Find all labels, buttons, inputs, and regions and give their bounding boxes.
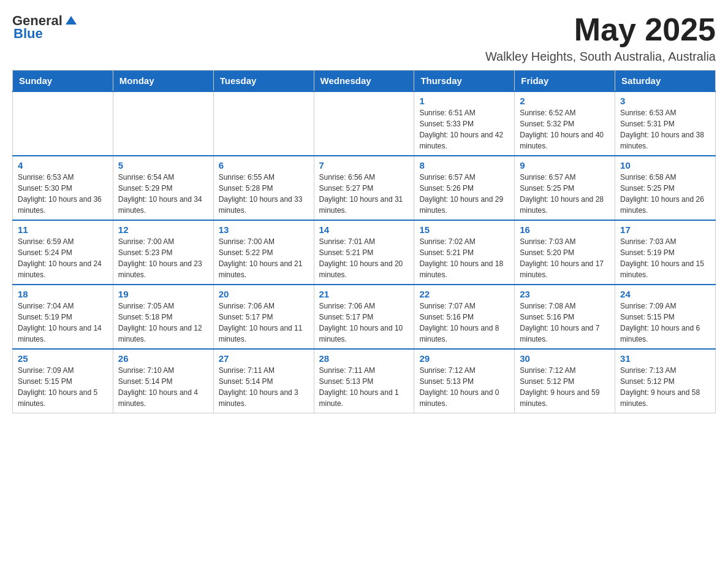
day-number: 17 <box>620 224 710 235</box>
day-info: Sunrise: 7:02 AMSunset: 5:21 PMDaylight:… <box>419 236 509 280</box>
day-number: 6 <box>219 160 309 170</box>
day-number: 7 <box>319 160 409 170</box>
day-number: 14 <box>319 224 409 235</box>
logo: General Blue <box>12 12 78 42</box>
day-number: 18 <box>18 289 108 299</box>
day-number: 11 <box>18 224 108 235</box>
day-number: 8 <box>419 160 509 170</box>
day-number: 10 <box>620 160 710 170</box>
calendar-cell: 7Sunrise: 6:56 AMSunset: 5:27 PMDaylight… <box>314 156 414 220</box>
calendar-cell: 6Sunrise: 6:55 AMSunset: 5:28 PMDaylight… <box>213 156 314 220</box>
day-info: Sunrise: 7:08 AMSunset: 5:16 PMDaylight:… <box>520 301 610 345</box>
day-info: Sunrise: 6:51 AMSunset: 5:33 PMDaylight:… <box>419 107 509 151</box>
calendar-cell: 26Sunrise: 7:10 AMSunset: 5:14 PMDayligh… <box>113 349 213 413</box>
calendar-cell: 28Sunrise: 7:11 AMSunset: 5:13 PMDayligh… <box>314 349 414 413</box>
week-row-2: 4Sunrise: 6:53 AMSunset: 5:30 PMDaylight… <box>13 156 716 220</box>
calendar-header-row: Sunday Monday Tuesday Wednesday Thursday… <box>13 71 716 92</box>
col-sunday: Sunday <box>13 71 113 92</box>
calendar-cell: 25Sunrise: 7:09 AMSunset: 5:15 PMDayligh… <box>13 349 113 413</box>
day-info: Sunrise: 6:53 AMSunset: 5:31 PMDaylight:… <box>620 107 710 151</box>
week-row-1: 1Sunrise: 6:51 AMSunset: 5:33 PMDaylight… <box>13 91 716 156</box>
day-number: 5 <box>118 160 208 170</box>
calendar-cell: 30Sunrise: 7:12 AMSunset: 5:12 PMDayligh… <box>515 349 615 413</box>
page-header: General Blue May 2025 Walkley Heights, S… <box>12 12 716 64</box>
day-info: Sunrise: 6:58 AMSunset: 5:25 PMDaylight:… <box>620 172 710 216</box>
calendar-cell: 16Sunrise: 7:03 AMSunset: 5:20 PMDayligh… <box>515 220 615 285</box>
day-number: 20 <box>219 289 309 299</box>
day-info: Sunrise: 7:07 AMSunset: 5:16 PMDaylight:… <box>419 301 509 345</box>
day-number: 24 <box>620 289 710 299</box>
calendar-cell <box>314 91 414 156</box>
day-info: Sunrise: 6:59 AMSunset: 5:24 PMDaylight:… <box>18 236 108 280</box>
calendar-cell: 29Sunrise: 7:12 AMSunset: 5:13 PMDayligh… <box>414 349 515 413</box>
calendar-cell <box>213 91 314 156</box>
col-saturday: Saturday <box>615 71 716 92</box>
day-info: Sunrise: 6:52 AMSunset: 5:32 PMDaylight:… <box>520 107 610 151</box>
calendar-cell: 12Sunrise: 7:00 AMSunset: 5:23 PMDayligh… <box>113 220 213 285</box>
day-number: 15 <box>419 224 509 235</box>
day-number: 12 <box>118 224 208 235</box>
day-info: Sunrise: 7:06 AMSunset: 5:17 PMDaylight:… <box>319 301 409 345</box>
day-number: 4 <box>18 160 108 170</box>
day-info: Sunrise: 7:05 AMSunset: 5:18 PMDaylight:… <box>118 301 208 345</box>
calendar-cell: 11Sunrise: 6:59 AMSunset: 5:24 PMDayligh… <box>13 220 113 285</box>
col-monday: Monday <box>113 71 213 92</box>
calendar-cell: 17Sunrise: 7:03 AMSunset: 5:19 PMDayligh… <box>615 220 716 285</box>
day-number: 31 <box>620 353 710 364</box>
day-info: Sunrise: 6:55 AMSunset: 5:28 PMDaylight:… <box>219 172 309 216</box>
day-number: 19 <box>118 289 208 299</box>
calendar-cell: 27Sunrise: 7:11 AMSunset: 5:14 PMDayligh… <box>213 349 314 413</box>
day-info: Sunrise: 7:04 AMSunset: 5:19 PMDaylight:… <box>18 301 108 345</box>
calendar-cell: 13Sunrise: 7:00 AMSunset: 5:22 PMDayligh… <box>213 220 314 285</box>
day-info: Sunrise: 7:11 AMSunset: 5:14 PMDaylight:… <box>219 365 309 409</box>
location-subtitle: Walkley Heights, South Australia, Austra… <box>485 50 716 64</box>
day-number: 16 <box>520 224 610 235</box>
day-number: 3 <box>620 96 710 106</box>
calendar-cell: 22Sunrise: 7:07 AMSunset: 5:16 PMDayligh… <box>414 285 515 349</box>
day-info: Sunrise: 7:06 AMSunset: 5:17 PMDaylight:… <box>219 301 309 345</box>
day-number: 27 <box>219 353 309 364</box>
day-number: 2 <box>520 96 610 106</box>
day-number: 26 <box>118 353 208 364</box>
day-info: Sunrise: 7:00 AMSunset: 5:23 PMDaylight:… <box>118 236 208 280</box>
day-info: Sunrise: 7:09 AMSunset: 5:15 PMDaylight:… <box>620 301 710 345</box>
col-wednesday: Wednesday <box>314 71 414 92</box>
calendar-cell: 3Sunrise: 6:53 AMSunset: 5:31 PMDaylight… <box>615 91 716 156</box>
calendar-cell: 9Sunrise: 6:57 AMSunset: 5:25 PMDaylight… <box>515 156 615 220</box>
calendar-cell: 15Sunrise: 7:02 AMSunset: 5:21 PMDayligh… <box>414 220 515 285</box>
day-info: Sunrise: 7:09 AMSunset: 5:15 PMDaylight:… <box>18 365 108 409</box>
calendar-cell: 23Sunrise: 7:08 AMSunset: 5:16 PMDayligh… <box>515 285 615 349</box>
logo-blue-text: Blue <box>13 26 43 42</box>
week-row-4: 18Sunrise: 7:04 AMSunset: 5:19 PMDayligh… <box>13 285 716 349</box>
calendar-cell: 19Sunrise: 7:05 AMSunset: 5:18 PMDayligh… <box>113 285 213 349</box>
calendar-cell <box>113 91 213 156</box>
day-info: Sunrise: 6:54 AMSunset: 5:29 PMDaylight:… <box>118 172 208 216</box>
col-friday: Friday <box>515 71 615 92</box>
day-info: Sunrise: 7:12 AMSunset: 5:12 PMDaylight:… <box>520 365 610 409</box>
day-info: Sunrise: 7:03 AMSunset: 5:20 PMDaylight:… <box>520 236 610 280</box>
calendar-cell: 4Sunrise: 6:53 AMSunset: 5:30 PMDaylight… <box>13 156 113 220</box>
day-info: Sunrise: 7:03 AMSunset: 5:19 PMDaylight:… <box>620 236 710 280</box>
day-number: 25 <box>18 353 108 364</box>
calendar-cell: 1Sunrise: 6:51 AMSunset: 5:33 PMDaylight… <box>414 91 515 156</box>
day-info: Sunrise: 6:57 AMSunset: 5:26 PMDaylight:… <box>419 172 509 216</box>
day-number: 28 <box>319 353 409 364</box>
day-number: 30 <box>520 353 610 364</box>
calendar-cell: 14Sunrise: 7:01 AMSunset: 5:21 PMDayligh… <box>314 220 414 285</box>
calendar-cell: 10Sunrise: 6:58 AMSunset: 5:25 PMDayligh… <box>615 156 716 220</box>
day-number: 22 <box>419 289 509 299</box>
day-info: Sunrise: 7:13 AMSunset: 5:12 PMDaylight:… <box>620 365 710 409</box>
title-area: May 2025 Walkley Heights, South Australi… <box>485 12 716 64</box>
calendar-cell: 24Sunrise: 7:09 AMSunset: 5:15 PMDayligh… <box>615 285 716 349</box>
calendar-cell: 18Sunrise: 7:04 AMSunset: 5:19 PMDayligh… <box>13 285 113 349</box>
day-info: Sunrise: 7:00 AMSunset: 5:22 PMDaylight:… <box>219 236 309 280</box>
calendar-cell: 20Sunrise: 7:06 AMSunset: 5:17 PMDayligh… <box>213 285 314 349</box>
day-number: 1 <box>419 96 509 106</box>
svg-marker-0 <box>66 16 77 25</box>
calendar-cell: 8Sunrise: 6:57 AMSunset: 5:26 PMDaylight… <box>414 156 515 220</box>
day-number: 13 <box>219 224 309 235</box>
day-info: Sunrise: 7:01 AMSunset: 5:21 PMDaylight:… <box>319 236 409 280</box>
calendar-cell: 2Sunrise: 6:52 AMSunset: 5:32 PMDaylight… <box>515 91 615 156</box>
col-tuesday: Tuesday <box>213 71 314 92</box>
week-row-5: 25Sunrise: 7:09 AMSunset: 5:15 PMDayligh… <box>13 349 716 413</box>
